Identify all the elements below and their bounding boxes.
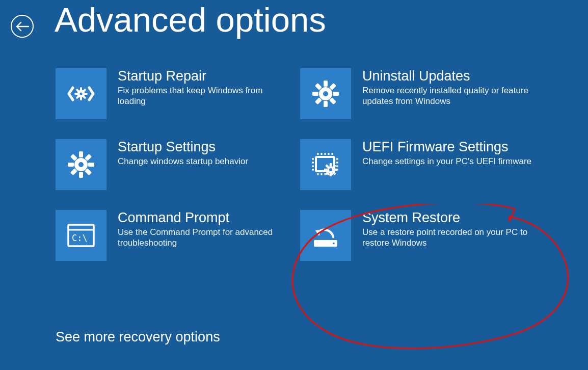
svg-rect-4	[312, 92, 318, 96]
svg-rect-11	[79, 151, 83, 157]
svg-rect-18	[85, 168, 92, 175]
svg-rect-7	[315, 97, 322, 104]
tile-title: Startup Repair	[118, 68, 291, 84]
svg-marker-34	[315, 230, 322, 236]
back-button[interactable]	[11, 15, 34, 38]
tile-system-restore[interactable]: System Restore Use a restore point recor…	[300, 210, 545, 262]
tile-title: Uninstall Updates	[362, 68, 536, 84]
tile-title: Command Prompt	[118, 210, 291, 226]
svg-rect-15	[85, 154, 92, 161]
svg-rect-16	[70, 168, 77, 175]
svg-rect-6	[329, 83, 336, 90]
svg-rect-3	[324, 101, 328, 107]
tile-desc: Fix problems that keep Windows from load…	[118, 85, 291, 107]
svg-point-33	[333, 242, 335, 245]
tile-desc: Use a restore point recorded on your PC …	[362, 227, 536, 249]
see-more-recovery-options[interactable]: See more recovery options	[56, 329, 220, 345]
tile-uefi-firmware[interactable]: UEFI Firmware Settings Change settings i…	[300, 139, 545, 191]
uninstall-updates-icon	[300, 68, 351, 119]
svg-rect-12	[79, 172, 83, 178]
startup-repair-icon	[56, 68, 106, 119]
uefi-firmware-icon	[300, 139, 351, 190]
tile-title: UEFI Firmware Settings	[362, 139, 531, 155]
svg-rect-23	[324, 169, 327, 171]
svg-rect-5	[333, 92, 339, 96]
arrow-left-icon	[16, 21, 29, 32]
svg-point-20	[328, 167, 333, 172]
svg-rect-22	[330, 173, 332, 176]
svg-rect-14	[88, 163, 94, 167]
tile-desc: Change windows startup behavior	[118, 156, 248, 167]
page-title: Advanced options	[55, 0, 326, 39]
svg-rect-9	[329, 97, 336, 104]
tile-startup-repair[interactable]: Startup Repair Fix problems that keep Wi…	[56, 68, 300, 120]
svg-point-1	[321, 89, 330, 98]
tile-desc: Use the Command Prompt for advanced trou…	[118, 227, 291, 249]
svg-rect-13	[68, 163, 74, 167]
command-prompt-icon: C:\	[56, 210, 106, 261]
svg-rect-24	[334, 169, 337, 171]
tile-desc: Remove recently installed quality or fea…	[362, 85, 536, 107]
options-grid: Startup Repair Fix problems that keep Wi…	[56, 68, 545, 281]
tile-startup-settings[interactable]: Startup Settings Change windows startup …	[56, 139, 300, 191]
tile-title: System Restore	[362, 210, 536, 226]
tile-command-prompt[interactable]: C:\ Command Prompt Use the Command Promp…	[56, 210, 300, 262]
tile-title: Startup Settings	[118, 139, 248, 155]
svg-text:C:\: C:\	[72, 233, 88, 243]
tile-desc: Change settings in your PC's UEFI firmwa…	[362, 156, 531, 167]
tile-uninstall-updates[interactable]: Uninstall Updates Remove recently instal…	[300, 68, 545, 120]
svg-point-0	[78, 91, 84, 96]
svg-rect-17	[70, 154, 77, 161]
svg-rect-21	[330, 163, 332, 166]
svg-point-10	[76, 160, 86, 169]
system-restore-icon	[300, 210, 351, 261]
svg-rect-8	[315, 83, 322, 90]
svg-rect-2	[324, 81, 328, 87]
startup-settings-icon	[56, 139, 106, 190]
